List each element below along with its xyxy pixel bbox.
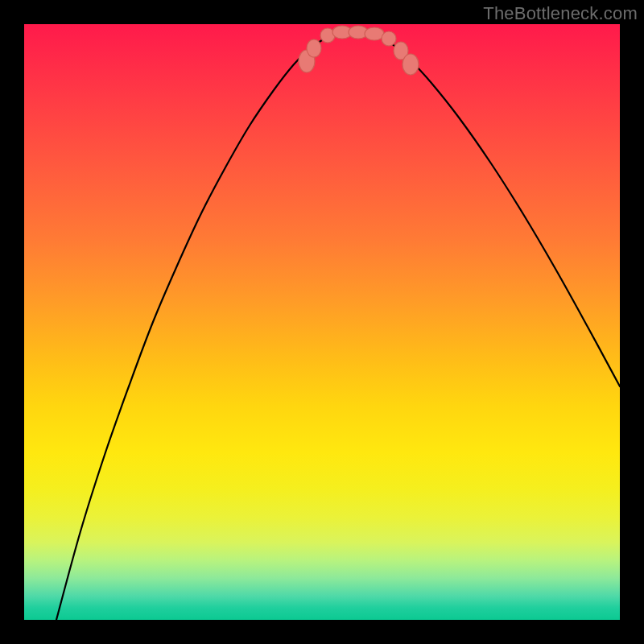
chart-frame: TheBottleneck.com (0, 0, 644, 644)
curve-marker (307, 39, 321, 57)
curve-marker (365, 27, 384, 40)
marker-layer (299, 26, 419, 75)
watermark-text: TheBottleneck.com (483, 3, 638, 24)
curve-marker (382, 31, 396, 46)
plot-area (24, 24, 620, 620)
bottleneck-curve (56, 32, 620, 620)
curve-marker (402, 54, 419, 75)
curve-layer (24, 24, 620, 620)
